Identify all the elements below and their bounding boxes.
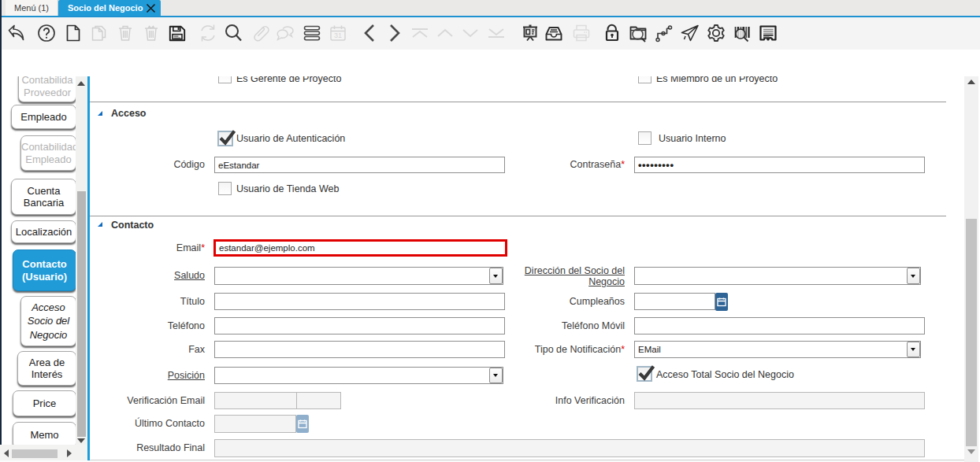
svg-text:31: 31 bbox=[334, 31, 342, 39]
